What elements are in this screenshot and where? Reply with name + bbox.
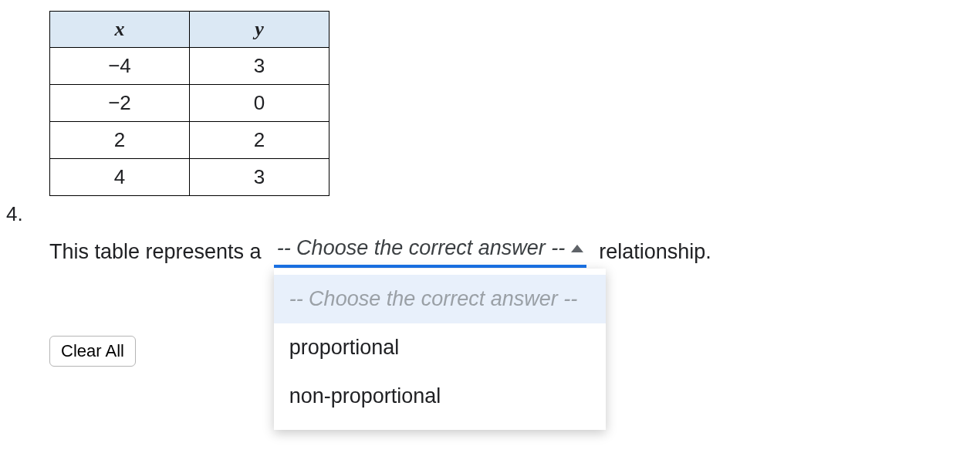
sentence-after: relationship. [599,240,711,264]
dropdown-option-placeholder[interactable]: -- Choose the correct answer -- [274,275,606,323]
cell-x: 2 [50,122,190,159]
dropdown-menu: -- Choose the correct answer -- proporti… [274,269,606,430]
dropdown-option-non-proportional[interactable]: non-proportional [274,372,606,421]
cell-y: 3 [190,48,329,85]
question: 4. x y −4 3 −2 0 2 2 [0,0,980,367]
cell-x: −2 [50,85,190,122]
cell-x: −4 [50,48,190,85]
dropdown-option-proportional[interactable]: proportional [274,323,606,372]
table-row: −2 0 [50,85,329,122]
table-header-x: x [50,12,190,48]
cell-y: 2 [190,122,329,159]
dropdown-toggle[interactable]: -- Choose the correct answer -- [274,236,587,268]
question-content: x y −4 3 −2 0 2 2 4 3 [49,11,980,367]
dropdown-selected: -- Choose the correct answer -- [277,236,566,260]
table-row: −4 3 [50,48,329,85]
answer-dropdown[interactable]: -- Choose the correct answer -- -- Choos… [274,236,587,268]
table-row: 4 3 [50,159,329,196]
xy-table: x y −4 3 −2 0 2 2 4 3 [49,11,329,196]
chevron-up-icon [571,245,583,252]
cell-y: 3 [190,159,329,196]
table-header-y: y [190,12,329,48]
clear-all-button[interactable]: Clear All [49,336,136,367]
sentence-before: This table represents a [49,240,262,264]
sentence: This table represents a -- Choose the co… [49,236,980,268]
table-row: 2 2 [50,122,329,159]
cell-y: 0 [190,85,329,122]
table-header-row: x y [50,12,329,48]
question-number: 4. [6,202,23,226]
cell-x: 4 [50,159,190,196]
